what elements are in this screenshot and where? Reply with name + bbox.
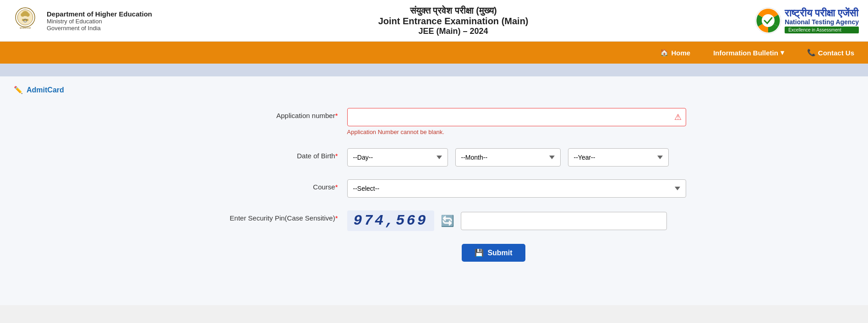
- nta-logo-icon: [754, 7, 782, 34]
- nav-contact-label: Contact Us: [818, 49, 854, 57]
- breadcrumb: AdmitCard: [27, 86, 64, 94]
- submit-label: Submit: [487, 249, 512, 257]
- submit-row: 💾 Submit: [347, 244, 640, 262]
- dept-info: Department of Higher Education Ministry …: [47, 10, 152, 32]
- dept-name-text: Department of Higher Education: [47, 10, 152, 18]
- course-field: --Select--: [347, 179, 686, 198]
- dob-row: Date of Birth* --Day-- --Month-- --Year-…: [228, 148, 640, 167]
- course-select[interactable]: --Select--: [347, 179, 686, 198]
- course-label: Course*: [228, 179, 347, 191]
- nta-logo: राष्ट्रीय परीक्षा एजेंसी National Testin…: [754, 7, 859, 34]
- page-header: सत्यमेव जयते Department of Higher Educat…: [0, 0, 868, 42]
- svg-rect-5: [22, 19, 28, 21]
- home-icon: 🏠: [660, 48, 669, 57]
- dob-selects: --Day-- --Month-- --Year--: [347, 148, 669, 167]
- ministry-text: Ministry of Education: [47, 18, 152, 25]
- security-label: Enter Security Pin(Case Sensitive)*: [228, 210, 347, 222]
- captcha-input[interactable]: [461, 212, 667, 230]
- save-icon: 💾: [475, 248, 484, 257]
- nta-english-name: National Testing Agency: [785, 18, 859, 26]
- application-number-input[interactable]: [347, 108, 686, 126]
- app-number-wrapper: ⚠: [347, 108, 686, 126]
- header-left: सत्यमेव जयते Department of Higher Educat…: [9, 5, 152, 37]
- header-right: राष्ट्रीय परीक्षा एजेंसी National Testin…: [754, 7, 859, 34]
- application-number-row: Application number* ⚠ Application Number…: [228, 108, 640, 135]
- captcha-image: 974,569: [347, 210, 434, 231]
- nta-tagline: Excellence in Assessment: [785, 27, 859, 33]
- header-center: संयुक्त प्रवेश परीक्षा (मुख्य) Joint Ent…: [152, 5, 754, 36]
- nav-bulletin[interactable]: Information Bulletin ▾: [709, 43, 789, 62]
- india-emblem-icon: सत्यमेव जयते: [9, 5, 41, 37]
- security-row-inner: 974,569 🔄: [347, 210, 667, 231]
- nav-contact[interactable]: 📞 Contact Us: [802, 43, 859, 62]
- dob-field: --Day-- --Month-- --Year--: [347, 148, 669, 167]
- refresh-captcha-icon[interactable]: 🔄: [441, 215, 454, 227]
- svg-point-3: [21, 13, 24, 16]
- nta-brand-text: राष्ट्रीय परीक्षा एजेंसी: [785, 8, 859, 18]
- submit-button[interactable]: 💾 Submit: [462, 244, 525, 262]
- section-header: ✏️ AdmitCard: [14, 86, 854, 94]
- svg-point-4: [26, 13, 29, 16]
- month-select[interactable]: --Month--: [455, 148, 561, 167]
- chevron-down-icon: ▾: [781, 48, 784, 57]
- nav-home[interactable]: 🏠 Home: [655, 43, 695, 62]
- govt-text: Government of India: [47, 25, 152, 32]
- english-title: Joint Entrance Examination (Main): [152, 16, 754, 27]
- phone-icon: 📞: [807, 48, 816, 57]
- warning-icon: ⚠: [674, 112, 682, 122]
- nav-home-label: Home: [671, 49, 690, 57]
- admit-card-form: Application number* ⚠ Application Number…: [228, 108, 640, 262]
- security-field: 974,569 🔄: [347, 210, 667, 231]
- navbar: 🏠 Home Information Bulletin ▾ 📞 Contact …: [0, 42, 868, 64]
- hindi-title: संयुक्त प्रवेश परीक्षा (मुख्य): [152, 5, 754, 16]
- app-number-field: ⚠ Application Number cannot be blank.: [347, 108, 686, 135]
- svg-text:सत्यमेव जयते: सत्यमेव जयते: [19, 27, 31, 29]
- year-title: JEE (Main) – 2024: [152, 27, 754, 36]
- course-row: Course* --Select--: [228, 179, 640, 198]
- edit-icon: ✏️: [14, 86, 23, 94]
- page-content: ✏️ AdmitCard Application number* ⚠ Appli…: [0, 76, 868, 305]
- day-select[interactable]: --Day--: [347, 148, 448, 167]
- svg-point-9: [762, 14, 775, 27]
- nta-text-block: राष्ट्रीय परीक्षा एजेंसी National Testin…: [785, 8, 859, 33]
- security-pin-row: Enter Security Pin(Case Sensitive)* 974,…: [228, 210, 640, 231]
- subheader-bar: [0, 64, 868, 76]
- app-number-label: Application number*: [228, 108, 347, 119]
- nav-bulletin-label: Information Bulletin: [713, 49, 778, 57]
- year-select[interactable]: --Year--: [568, 148, 669, 167]
- app-number-error: Application Number cannot be blank.: [347, 129, 686, 135]
- dob-label: Date of Birth*: [228, 148, 347, 160]
